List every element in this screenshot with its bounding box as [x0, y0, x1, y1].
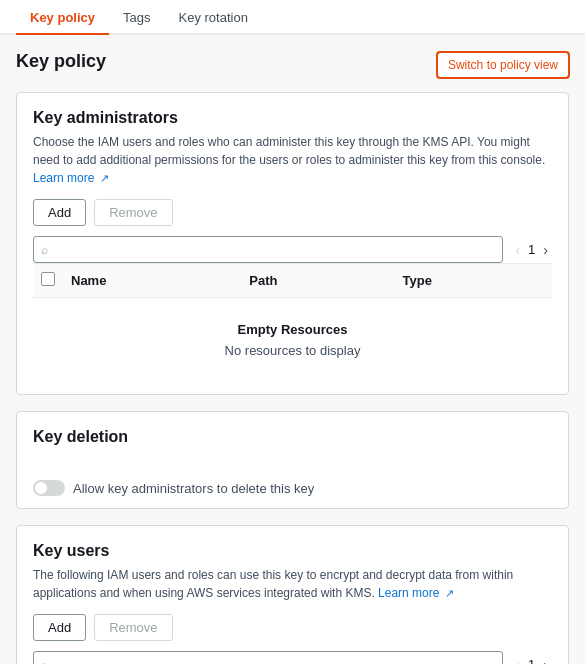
key-users-next-page-button[interactable]: › — [539, 655, 552, 665]
key-users-search-wrap: ⌕ — [33, 651, 503, 664]
key-deletion-label: Allow key administrators to delete this … — [73, 481, 314, 496]
key-deletion-card: Key deletion Allow key administrators to… — [16, 411, 569, 509]
page-title: Key policy — [16, 51, 106, 72]
search-icon-users: ⌕ — [41, 658, 48, 665]
key-administrators-search-wrap: ⌕ — [33, 236, 503, 263]
key-deletion-body: Allow key administrators to delete this … — [17, 468, 568, 508]
key-administrators-no-resources-message: No resources to display — [41, 341, 544, 370]
key-users-card: Key users The following IAM users and ro… — [16, 525, 569, 664]
key-users-add-button[interactable]: Add — [33, 614, 86, 641]
tabs-bar: Key policy Tags Key rotation — [0, 0, 585, 35]
tab-key-policy[interactable]: Key policy — [16, 0, 109, 35]
key-users-prev-page-button[interactable]: ‹ — [511, 655, 524, 665]
key-administrators-remove-button: Remove — [94, 199, 172, 226]
external-link-icon: ↗ — [100, 172, 109, 184]
key-administrators-empty-title: Empty Resources — [41, 306, 544, 341]
key-administrators-add-button[interactable]: Add — [33, 199, 86, 226]
key-users-remove-button: Remove — [94, 614, 172, 641]
key-users-search-input[interactable] — [33, 651, 503, 664]
key-administrators-search-row: ⌕ ‹ 1 › — [33, 236, 552, 263]
key-users-actions: Add Remove — [33, 614, 552, 641]
switch-to-policy-view-button[interactable]: Switch to policy view — [437, 52, 569, 78]
key-users-pagination: ‹ 1 › — [511, 655, 552, 665]
key-administrators-prev-page-button[interactable]: ‹ — [511, 240, 524, 260]
key-administrators-learn-more-link[interactable]: Learn more ↗ — [33, 171, 109, 185]
key-administrators-actions: Add Remove — [33, 199, 552, 226]
key-administrators-description: Choose the IAM users and roles who can a… — [33, 133, 552, 187]
key-administrators-pagination: ‹ 1 › — [511, 240, 552, 260]
key-administrators-search-input[interactable] — [33, 236, 503, 263]
key-deletion-toggle[interactable] — [33, 480, 65, 496]
key-administrators-name-header: Name — [63, 264, 241, 298]
key-administrators-next-page-button[interactable]: › — [539, 240, 552, 260]
external-link-icon-users: ↗ — [445, 587, 454, 599]
key-users-search-row: ⌕ ‹ 1 › — [33, 651, 552, 664]
key-administrators-card: Key administrators Choose the IAM users … — [16, 92, 569, 395]
key-administrators-empty-row: Empty Resources No resources to display — [33, 298, 552, 379]
search-icon: ⌕ — [41, 243, 48, 257]
key-users-learn-more-link[interactable]: Learn more ↗ — [378, 586, 454, 600]
main-content: Key policy Switch to policy view Key adm… — [0, 35, 585, 664]
key-users-description: The following IAM users and roles can us… — [33, 566, 552, 602]
key-administrators-path-header: Path — [241, 264, 394, 298]
key-users-title: Key users — [33, 542, 552, 560]
key-administrators-type-header: Type — [395, 264, 552, 298]
key-administrators-table: Name Path Type Empty Resources No resour… — [33, 263, 552, 378]
key-deletion-title: Key deletion — [33, 428, 552, 446]
key-users-page-number: 1 — [528, 657, 535, 664]
key-administrators-page-number: 1 — [528, 242, 535, 257]
key-administrators-select-all-header — [33, 264, 63, 298]
select-all-checkbox[interactable] — [41, 272, 55, 286]
tab-tags[interactable]: Tags — [109, 0, 164, 35]
tab-key-rotation[interactable]: Key rotation — [165, 0, 262, 35]
key-administrators-title: Key administrators — [33, 109, 552, 127]
